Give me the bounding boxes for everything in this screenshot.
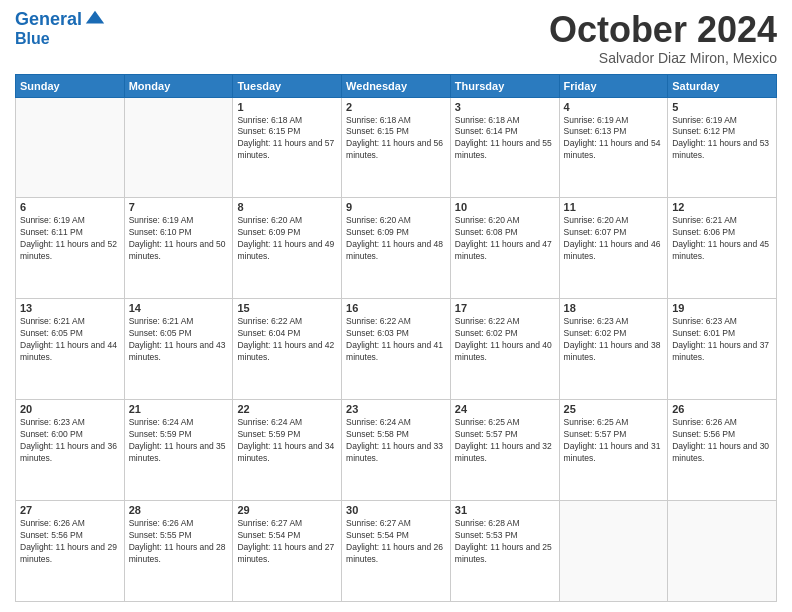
day-info: Sunrise: 6:21 AMSunset: 6:05 PMDaylight:… (20, 316, 120, 364)
calendar-cell: 28Sunrise: 6:26 AMSunset: 5:55 PMDayligh… (124, 501, 233, 602)
calendar-header-wednesday: Wednesday (342, 74, 451, 97)
day-info: Sunrise: 6:20 AMSunset: 6:07 PMDaylight:… (564, 215, 664, 263)
sunrise-text: Sunrise: 6:21 AM (672, 215, 772, 227)
day-info: Sunrise: 6:18 AMSunset: 6:14 PMDaylight:… (455, 115, 555, 163)
sunrise-text: Sunrise: 6:20 AM (346, 215, 446, 227)
sunset-text: Sunset: 5:54 PM (237, 530, 337, 542)
calendar-week-3: 20Sunrise: 6:23 AMSunset: 6:00 PMDayligh… (16, 400, 777, 501)
calendar-cell: 20Sunrise: 6:23 AMSunset: 6:00 PMDayligh… (16, 400, 125, 501)
calendar-week-1: 6Sunrise: 6:19 AMSunset: 6:11 PMDaylight… (16, 198, 777, 299)
day-number: 22 (237, 403, 337, 415)
sunrise-text: Sunrise: 6:21 AM (20, 316, 120, 328)
calendar-cell: 6Sunrise: 6:19 AMSunset: 6:11 PMDaylight… (16, 198, 125, 299)
sunset-text: Sunset: 6:00 PM (20, 429, 120, 441)
sunrise-text: Sunrise: 6:18 AM (237, 115, 337, 127)
calendar-cell (124, 97, 233, 198)
day-number: 21 (129, 403, 229, 415)
day-number: 14 (129, 302, 229, 314)
day-number: 3 (455, 101, 555, 113)
day-number: 31 (455, 504, 555, 516)
calendar-cell: 9Sunrise: 6:20 AMSunset: 6:09 PMDaylight… (342, 198, 451, 299)
day-info: Sunrise: 6:26 AMSunset: 5:55 PMDaylight:… (129, 518, 229, 566)
day-number: 13 (20, 302, 120, 314)
day-number: 11 (564, 201, 664, 213)
sunrise-text: Sunrise: 6:26 AM (20, 518, 120, 530)
day-info: Sunrise: 6:26 AMSunset: 5:56 PMDaylight:… (20, 518, 120, 566)
calendar-cell (668, 501, 777, 602)
calendar-cell: 18Sunrise: 6:23 AMSunset: 6:02 PMDayligh… (559, 299, 668, 400)
sunrise-text: Sunrise: 6:20 AM (564, 215, 664, 227)
calendar-cell (16, 97, 125, 198)
sunset-text: Sunset: 6:09 PM (346, 227, 446, 239)
daylight-text: Daylight: 11 hours and 47 minutes. (455, 239, 555, 263)
sunset-text: Sunset: 6:09 PM (237, 227, 337, 239)
daylight-text: Daylight: 11 hours and 30 minutes. (672, 441, 772, 465)
sunrise-text: Sunrise: 6:19 AM (672, 115, 772, 127)
sunset-text: Sunset: 6:04 PM (237, 328, 337, 340)
calendar-cell: 21Sunrise: 6:24 AMSunset: 5:59 PMDayligh… (124, 400, 233, 501)
svg-marker-0 (86, 11, 104, 24)
day-info: Sunrise: 6:21 AMSunset: 6:06 PMDaylight:… (672, 215, 772, 263)
sunrise-text: Sunrise: 6:26 AM (672, 417, 772, 429)
header: General Blue October 2024 Salvador Diaz … (15, 10, 777, 66)
sunset-text: Sunset: 5:54 PM (346, 530, 446, 542)
sunset-text: Sunset: 5:56 PM (20, 530, 120, 542)
calendar-cell: 5Sunrise: 6:19 AMSunset: 6:12 PMDaylight… (668, 97, 777, 198)
daylight-text: Daylight: 11 hours and 42 minutes. (237, 340, 337, 364)
day-number: 27 (20, 504, 120, 516)
calendar-cell: 25Sunrise: 6:25 AMSunset: 5:57 PMDayligh… (559, 400, 668, 501)
day-info: Sunrise: 6:23 AMSunset: 6:00 PMDaylight:… (20, 417, 120, 465)
sunrise-text: Sunrise: 6:24 AM (237, 417, 337, 429)
daylight-text: Daylight: 11 hours and 36 minutes. (20, 441, 120, 465)
day-info: Sunrise: 6:28 AMSunset: 5:53 PMDaylight:… (455, 518, 555, 566)
calendar-cell: 14Sunrise: 6:21 AMSunset: 6:05 PMDayligh… (124, 299, 233, 400)
sunset-text: Sunset: 6:08 PM (455, 227, 555, 239)
sunset-text: Sunset: 5:57 PM (564, 429, 664, 441)
calendar-header-monday: Monday (124, 74, 233, 97)
daylight-text: Daylight: 11 hours and 57 minutes. (237, 138, 337, 162)
calendar-cell: 12Sunrise: 6:21 AMSunset: 6:06 PMDayligh… (668, 198, 777, 299)
daylight-text: Daylight: 11 hours and 40 minutes. (455, 340, 555, 364)
sunrise-text: Sunrise: 6:28 AM (455, 518, 555, 530)
day-number: 5 (672, 101, 772, 113)
sunrise-text: Sunrise: 6:18 AM (455, 115, 555, 127)
day-info: Sunrise: 6:26 AMSunset: 5:56 PMDaylight:… (672, 417, 772, 465)
day-number: 18 (564, 302, 664, 314)
sunrise-text: Sunrise: 6:22 AM (346, 316, 446, 328)
sunset-text: Sunset: 6:15 PM (346, 126, 446, 138)
day-info: Sunrise: 6:20 AMSunset: 6:09 PMDaylight:… (346, 215, 446, 263)
calendar-cell: 4Sunrise: 6:19 AMSunset: 6:13 PMDaylight… (559, 97, 668, 198)
sunset-text: Sunset: 6:14 PM (455, 126, 555, 138)
day-number: 2 (346, 101, 446, 113)
sunrise-text: Sunrise: 6:23 AM (20, 417, 120, 429)
sunrise-text: Sunrise: 6:21 AM (129, 316, 229, 328)
sunset-text: Sunset: 6:05 PM (129, 328, 229, 340)
daylight-text: Daylight: 11 hours and 52 minutes. (20, 239, 120, 263)
calendar-cell: 17Sunrise: 6:22 AMSunset: 6:02 PMDayligh… (450, 299, 559, 400)
sunrise-text: Sunrise: 6:27 AM (237, 518, 337, 530)
sunrise-text: Sunrise: 6:22 AM (455, 316, 555, 328)
sunset-text: Sunset: 6:02 PM (564, 328, 664, 340)
calendar-week-0: 1Sunrise: 6:18 AMSunset: 6:15 PMDaylight… (16, 97, 777, 198)
sunrise-text: Sunrise: 6:19 AM (129, 215, 229, 227)
sunrise-text: Sunrise: 6:20 AM (455, 215, 555, 227)
day-number: 17 (455, 302, 555, 314)
sunset-text: Sunset: 5:59 PM (129, 429, 229, 441)
day-info: Sunrise: 6:20 AMSunset: 6:08 PMDaylight:… (455, 215, 555, 263)
day-info: Sunrise: 6:27 AMSunset: 5:54 PMDaylight:… (237, 518, 337, 566)
daylight-text: Daylight: 11 hours and 41 minutes. (346, 340, 446, 364)
sunrise-text: Sunrise: 6:23 AM (672, 316, 772, 328)
day-number: 20 (20, 403, 120, 415)
calendar-cell (559, 501, 668, 602)
daylight-text: Daylight: 11 hours and 49 minutes. (237, 239, 337, 263)
sunset-text: Sunset: 5:57 PM (455, 429, 555, 441)
sunset-text: Sunset: 6:12 PM (672, 126, 772, 138)
day-info: Sunrise: 6:23 AMSunset: 6:01 PMDaylight:… (672, 316, 772, 364)
daylight-text: Daylight: 11 hours and 43 minutes. (129, 340, 229, 364)
day-info: Sunrise: 6:23 AMSunset: 6:02 PMDaylight:… (564, 316, 664, 364)
sunrise-text: Sunrise: 6:25 AM (455, 417, 555, 429)
sunset-text: Sunset: 5:56 PM (672, 429, 772, 441)
daylight-text: Daylight: 11 hours and 45 minutes. (672, 239, 772, 263)
sunrise-text: Sunrise: 6:24 AM (129, 417, 229, 429)
logo-icon (84, 7, 106, 29)
